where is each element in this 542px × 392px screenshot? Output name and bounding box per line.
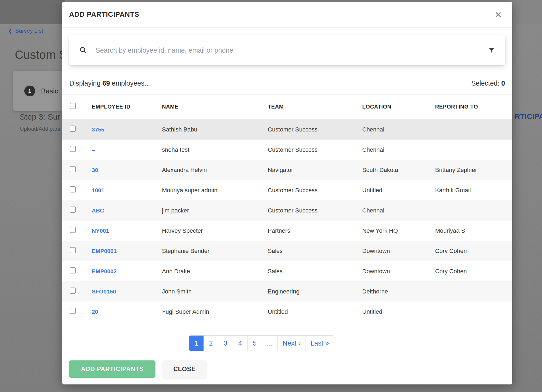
modal-title: ADD PARTICIPANTS (69, 10, 139, 19)
employee-name: Ann Drake (162, 268, 268, 275)
employee-location: Untitled (362, 308, 435, 315)
search-bar[interactable] (69, 35, 505, 65)
column-team: TEAM (268, 104, 362, 110)
employee-id-link[interactable]: EMP0001 (92, 248, 117, 254)
step-subheading: Upload/Add parti (20, 126, 62, 132)
row-checkbox[interactable] (70, 146, 76, 152)
employee-location: Downtown (362, 248, 435, 255)
employee-team: Navigator (268, 167, 362, 174)
row-checkbox[interactable] (70, 227, 76, 233)
close-button[interactable]: CLOSE (163, 360, 206, 378)
back-chevron-icon: ❮ (9, 28, 12, 34)
employee-team: Customer Success (268, 146, 362, 153)
employee-team: Sales (268, 248, 362, 255)
employee-id-link[interactable]: NY001 (92, 228, 109, 234)
row-checkbox[interactable] (70, 247, 76, 253)
employee-reporting-to: Brittany Zephier (435, 167, 512, 174)
selected-count-text: Selected: 0 (471, 79, 505, 87)
employee-id-link[interactable]: 1001 (92, 187, 104, 193)
employee-table-body: 3755 Sathish Babu Customer Success Chenn… (62, 119, 512, 322)
search-input[interactable] (96, 46, 482, 54)
employee-name: John Smith (162, 288, 268, 295)
last-page-button[interactable]: Last » (306, 336, 334, 351)
employee-id-link[interactable]: ABC (92, 207, 104, 214)
add-participants-button[interactable]: ADD PARTICIPANTS (69, 360, 155, 378)
page-button-4[interactable]: 4 (233, 336, 247, 351)
close-icon[interactable]: ✕ (493, 9, 504, 20)
employee-location: Downtown (362, 268, 435, 275)
back-link-label: Survey List (15, 28, 43, 34)
employee-team: Untitled (268, 308, 362, 315)
employee-team: Customer Success (268, 207, 362, 214)
displaying-count-text: Displaying 69 employees... (69, 79, 150, 87)
page-title: Custom S (15, 48, 67, 62)
pagination-area: 12345...Next ›Last » (62, 322, 512, 351)
employee-name: Harvey Specter (162, 227, 268, 234)
step-number-badge: 1 (24, 86, 35, 96)
employee-location: New York HQ (362, 227, 435, 234)
employee-count: 69 (102, 79, 110, 87)
row-checkbox[interactable] (70, 186, 76, 192)
table-header-row: EMPLOYEE ID NAME TEAM LOCATION REPORTING… (62, 94, 512, 119)
summary-row: Displaying 69 employees... Selected: 0 (62, 72, 512, 94)
page-button-2[interactable]: 2 (204, 336, 218, 351)
table-row[interactable]: NY001 Harvey Specter Partners New York H… (62, 221, 512, 241)
employee-name: jim packer (162, 207, 268, 214)
filter-icon[interactable] (488, 47, 495, 54)
employee-name: Sathish Babu (162, 126, 268, 133)
employee-id-link[interactable]: 20 (92, 309, 98, 315)
employee-id-link[interactable]: SFO0150 (92, 288, 116, 295)
step-heading: Step 3: Sur (20, 112, 62, 121)
add-participants-modal: ADD PARTICIPANTS ✕ Displaying 69 employe… (62, 2, 512, 384)
employee-reporting-to: Karthik Gmail (435, 187, 512, 194)
table-row[interactable]: EMP0002 Ann Drake Sales Downtown Cory Co… (62, 261, 512, 281)
employee-name: Alexandra Helvin (162, 167, 268, 174)
employee-team: Engineering (268, 288, 362, 295)
employee-team: Customer Success (268, 126, 362, 133)
employee-team: Customer Success (268, 187, 362, 194)
table-row[interactable]: – sneha test Customer Success Chennai (62, 140, 512, 160)
row-checkbox[interactable] (70, 207, 76, 213)
employee-id-link[interactable]: EMP0002 (92, 268, 117, 274)
employee-name: sneha test (162, 146, 268, 153)
row-checkbox[interactable] (70, 126, 76, 132)
table-row[interactable]: SFO0150 John Smith Engineering Delthorne (62, 281, 512, 302)
table-row[interactable]: 20 Yugi Super Admin Untitled Untitled (62, 302, 512, 322)
select-all-checkbox[interactable] (70, 103, 76, 109)
page-ellipsis: ... (262, 336, 277, 351)
employee-location: Chennai (362, 207, 435, 214)
next-page-button[interactable]: Next › (277, 336, 306, 351)
employee-location: Chennai (362, 146, 435, 153)
row-checkbox[interactable] (70, 166, 76, 172)
employee-location: South Dakota (362, 167, 435, 174)
table-row[interactable]: 1001 Mouriya super admin Customer Succes… (62, 180, 512, 200)
employee-team: Partners (268, 227, 362, 234)
employee-id-link[interactable]: 3755 (92, 126, 104, 133)
table-row[interactable]: 3755 Sathish Babu Customer Success Chenn… (62, 119, 512, 140)
row-checkbox[interactable] (70, 267, 76, 273)
back-to-survey-list-link: ❮ Survey List (8, 28, 43, 34)
modal-footer: ADD PARTICIPANTS CLOSE (62, 353, 512, 384)
employee-reporting-to: Cory Cohen (435, 248, 512, 255)
modal-header: ADD PARTICIPANTS ✕ (62, 2, 512, 28)
page-button-5[interactable]: 5 (247, 336, 262, 351)
step-label: Basic (41, 87, 58, 95)
page-button-1[interactable]: 1 (189, 336, 204, 351)
search-icon (79, 46, 87, 54)
page-button-3[interactable]: 3 (218, 336, 233, 351)
employee-id-link[interactable]: 30 (92, 167, 98, 173)
table-row[interactable]: ABC jim packer Customer Success Chennai (62, 200, 512, 221)
table-row[interactable]: 30 Alexandra Helvin Navigator South Dako… (62, 160, 512, 180)
employee-location: Chennai (362, 126, 435, 133)
employee-team: Sales (268, 268, 362, 275)
column-reporting-to: REPORTING TO (435, 104, 512, 110)
employee-reporting-to: Cory Cohen (435, 268, 512, 275)
column-employee-id: EMPLOYEE ID (92, 104, 162, 110)
employee-id-link[interactable]: – (92, 147, 95, 153)
row-checkbox[interactable] (70, 308, 76, 314)
employee-name: Stephanie Bender (162, 248, 268, 255)
row-checkbox[interactable] (70, 288, 76, 294)
employee-location: Untitled (362, 187, 435, 194)
table-row[interactable]: EMP0001 Stephanie Bender Sales Downtown … (62, 241, 512, 261)
employee-location: Delthorne (362, 288, 435, 295)
